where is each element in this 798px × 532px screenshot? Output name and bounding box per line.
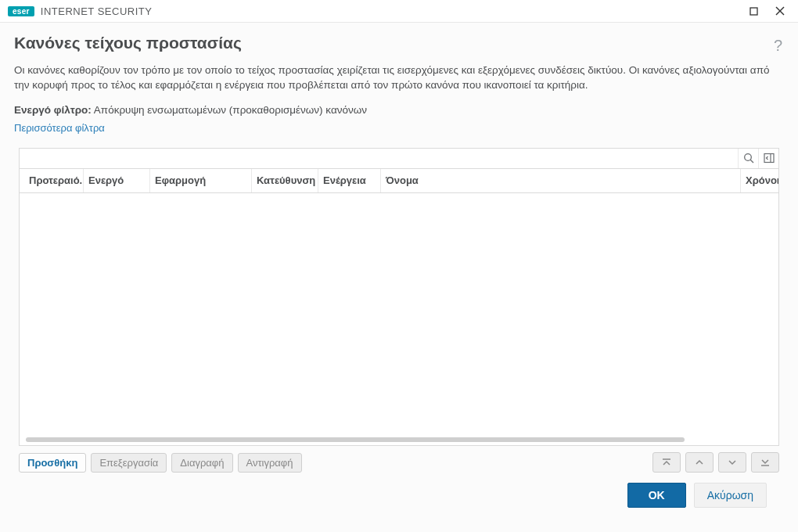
rules-table-panel: Προτεραιό... Ενεργό Εφαρμογή Κατεύθυνση … (19, 148, 779, 446)
close-icon (775, 6, 785, 16)
maximize-icon (749, 7, 758, 16)
brand-text: INTERNET SECURITY (41, 5, 153, 17)
maximize-button[interactable] (740, 1, 767, 21)
add-button[interactable]: Προσθήκη (19, 453, 86, 473)
delete-button[interactable]: Διαγραφή (171, 453, 232, 473)
ok-button[interactable]: OK (627, 483, 686, 508)
search-button[interactable] (738, 149, 758, 168)
titlebar: eser INTERNET SECURITY (0, 0, 798, 22)
more-filters-link[interactable]: Περισσότερα φίλτρα (14, 122, 784, 134)
svg-rect-0 (750, 8, 757, 15)
action-row: Προσθήκη Επεξεργασία Διαγραφή Αντιγραφή (19, 452, 779, 473)
reorder-controls (652, 452, 779, 473)
close-button[interactable] (767, 1, 793, 21)
col-timeslots[interactable]: Χρόνοι (741, 169, 778, 192)
col-action[interactable]: Ενέργεια (318, 169, 381, 192)
page-description: Οι κανόνες καθορίζουν τον τρόπο με τον ο… (14, 63, 784, 93)
col-active[interactable]: Ενεργό (84, 169, 150, 192)
page-title: Κανόνες τείχους προστασίας (14, 34, 242, 52)
filter-label: Ενεργό φίλτρο: (14, 104, 92, 116)
svg-point-3 (744, 154, 751, 161)
col-name[interactable]: Όνομα (381, 169, 741, 192)
edit-button[interactable]: Επεξεργασία (91, 453, 167, 473)
table-body (19, 193, 779, 446)
active-filter-line: Ενεργό φίλτρο: Απόκρυψη ενσωματωμένων (π… (14, 104, 784, 116)
cancel-button[interactable]: Ακύρωση (694, 483, 767, 508)
move-bottom-button[interactable] (751, 452, 779, 473)
move-down-button[interactable] (718, 452, 746, 473)
search-icon (743, 153, 754, 164)
svg-line-4 (750, 160, 753, 163)
col-priority[interactable]: Προτεραιό... (20, 169, 84, 192)
columns-icon (764, 153, 775, 164)
move-top-button[interactable] (652, 452, 681, 473)
chevron-down-icon (727, 457, 738, 468)
chevron-bottom-icon (760, 457, 771, 468)
brand-badge: eser (8, 6, 34, 16)
chevron-top-icon (661, 457, 672, 468)
help-icon[interactable]: ? (774, 37, 782, 55)
chevron-up-icon (694, 457, 705, 468)
column-headers: Προτεραιό... Ενεργό Εφαρμογή Κατεύθυνση … (19, 168, 779, 193)
window-controls (740, 1, 793, 21)
search-input[interactable] (20, 149, 738, 168)
move-up-button[interactable] (685, 452, 714, 473)
footer: OK Ακύρωση (14, 473, 784, 518)
copy-button[interactable]: Αντιγραφή (238, 453, 302, 473)
content-area: Κανόνες τείχους προστασίας ? Οι κανόνες … (0, 22, 798, 532)
column-toggle-button[interactable] (758, 149, 778, 168)
horizontal-scrollbar[interactable] (26, 437, 685, 442)
col-application[interactable]: Εφαρμογή (150, 169, 252, 192)
col-direction[interactable]: Κατεύθυνση (252, 169, 318, 192)
search-bar (19, 148, 779, 168)
filter-value: Απόκρυψη ενσωματωμένων (προκαθορισμένων)… (94, 104, 367, 116)
